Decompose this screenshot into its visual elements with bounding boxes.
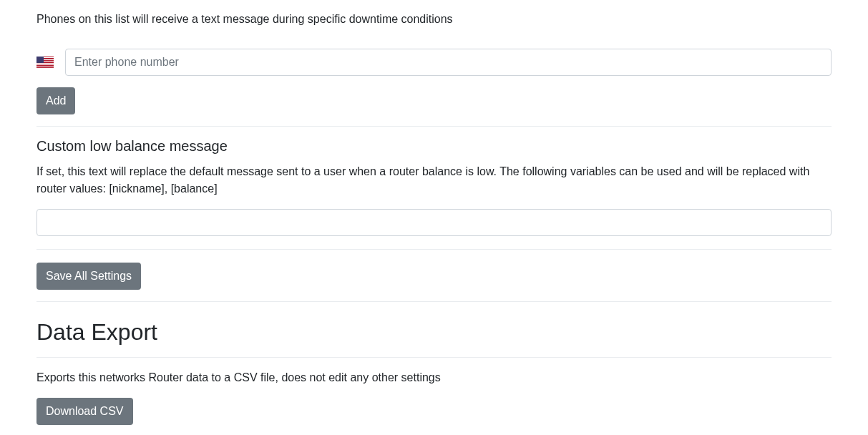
divider [36,357,832,358]
phone-input-row [36,49,832,76]
data-export-help: Exports this networks Router data to a C… [36,369,832,386]
settings-panel: Phones on this list will receive a text … [0,13,868,425]
divider [36,249,832,250]
divider [36,126,832,127]
custom-message-heading: Custom low balance message [36,138,832,155]
download-csv-button[interactable]: Download CSV [36,398,133,425]
us-flag-icon[interactable] [36,57,54,68]
divider [36,301,832,302]
data-export-heading: Data Export [36,319,832,346]
custom-message-input[interactable] [36,209,832,236]
phone-list-description: Phones on this list will receive a text … [36,13,832,26]
add-phone-button[interactable]: Add [36,87,75,114]
custom-message-help: If set, this text will replace the defau… [36,163,832,197]
phone-number-input[interactable] [65,49,832,76]
save-all-settings-button[interactable]: Save All Settings [36,263,141,290]
